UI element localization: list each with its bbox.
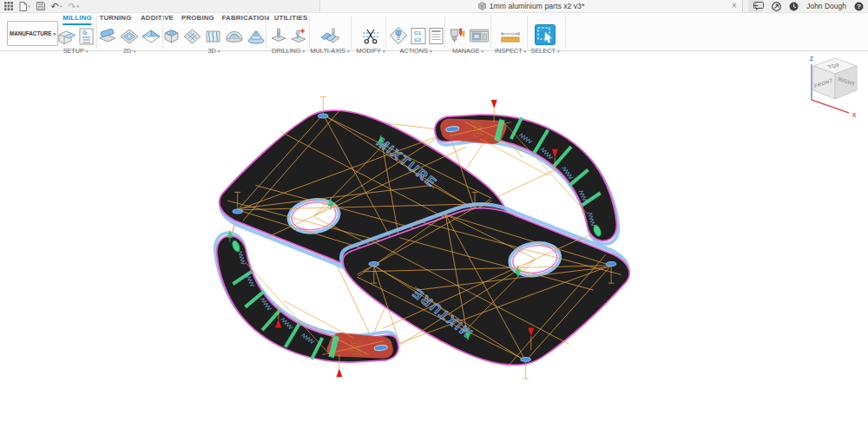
setup-sheet-icon[interactable] bbox=[429, 27, 444, 45]
select-icon[interactable] bbox=[535, 24, 556, 45]
document-tab[interactable]: 1mm aluminium parts x2 v3* × bbox=[319, 0, 743, 12]
save-button[interactable] bbox=[36, 2, 45, 10]
group-label-actions[interactable]: ACTIONS ▾ bbox=[400, 47, 432, 55]
view-cube[interactable]: Z X TOP FRONT RIGHT bbox=[806, 54, 863, 120]
document-close-button[interactable]: × bbox=[729, 0, 740, 12]
trim-icon[interactable] bbox=[361, 27, 380, 45]
titlebar-right-icons: John Dough ? bbox=[753, 0, 864, 12]
x-axis-label: X bbox=[852, 112, 857, 118]
group-inspect: INSPECT ▾ bbox=[492, 23, 529, 55]
2d-adaptive-icon[interactable] bbox=[98, 28, 117, 45]
3d-adaptive-icon[interactable] bbox=[162, 28, 181, 45]
3d-pocket-icon[interactable] bbox=[183, 28, 201, 45]
redo-icon: ↷ bbox=[68, 2, 76, 10]
z-axis-label: Z bbox=[810, 56, 814, 62]
ribbon-toolbar: MANUFACTURE ▾ MILLING TURNING ADDITIVE P… bbox=[0, 13, 868, 51]
multi-axis-icon[interactable] bbox=[319, 27, 340, 45]
group-label-setup[interactable]: SETUP ▾ bbox=[63, 47, 89, 55]
file-menu-button[interactable]: ▾ bbox=[19, 2, 30, 11]
document-cube-icon bbox=[478, 2, 486, 10]
svg-text:G: G bbox=[82, 30, 87, 36]
cam-scene[interactable]: MIXTURE TOOL CUT OFF bbox=[0, 51, 868, 448]
svg-text:G2: G2 bbox=[414, 37, 422, 43]
undo-icon: ↶ bbox=[51, 2, 59, 10]
machine-library-icon[interactable] bbox=[469, 27, 490, 45]
titlebar: ▾ ↶ ▾ ↷ ▾ 1mm aluminium parts x2 v3* × +… bbox=[0, 0, 868, 13]
notifications-icon[interactable] bbox=[789, 2, 799, 11]
face-icon[interactable] bbox=[141, 28, 161, 45]
comments-icon[interactable] bbox=[753, 2, 764, 10]
quick-access-toolbar: ▾ ↶ ▾ ↷ ▾ bbox=[4, 0, 79, 12]
svg-text:G1: G1 bbox=[414, 30, 422, 36]
scallop-icon[interactable] bbox=[225, 28, 244, 45]
tab-fabrication[interactable]: FABRICATION bbox=[222, 14, 270, 23]
post-process-icon[interactable] bbox=[389, 26, 408, 45]
group-label-drilling[interactable]: DRILLING ▾ bbox=[272, 47, 305, 55]
group-label-2d[interactable]: 2D ▾ bbox=[123, 47, 135, 55]
group-modify: MODIFY ▾ bbox=[352, 23, 389, 55]
file-menu-caret-icon: ▾ bbox=[28, 3, 30, 9]
group-label-inspect[interactable]: INSPECT ▾ bbox=[495, 47, 526, 55]
2d-pocket-icon[interactable] bbox=[120, 28, 139, 45]
group-3d: 3D ▾ bbox=[164, 23, 264, 55]
tab-utilities[interactable]: UTILITIES bbox=[274, 14, 308, 23]
workspace-switcher-label: MANUFACTURE bbox=[10, 30, 52, 36]
viewport-canvas[interactable]: MIXTURE TOOL CUT OFF bbox=[0, 51, 868, 448]
group-label-manage[interactable]: MANAGE ▾ bbox=[452, 47, 483, 55]
setup-icon[interactable] bbox=[57, 28, 76, 45]
tool-library-icon[interactable] bbox=[447, 26, 466, 45]
nc-program-icon[interactable]: G bbox=[79, 28, 94, 45]
app-menu-icon[interactable] bbox=[4, 2, 13, 10]
thread-icon[interactable] bbox=[290, 27, 307, 45]
tab-turning[interactable]: TURNING bbox=[100, 14, 132, 23]
undo-caret-icon[interactable]: ▾ bbox=[60, 3, 62, 9]
tab-probing[interactable]: PROBING bbox=[181, 14, 214, 23]
group-manage: MANAGE ▾ bbox=[446, 23, 490, 55]
group-label-multi-axis[interactable]: MULTI-AXIS ▾ bbox=[311, 47, 350, 55]
redo-caret-icon[interactable]: ▾ bbox=[76, 3, 79, 9]
group-multi-axis: MULTI-AXIS ▾ bbox=[310, 23, 350, 55]
spiral-icon[interactable] bbox=[247, 28, 266, 45]
help-icon[interactable]: ? bbox=[854, 2, 864, 11]
group-actions: G1G2 ACTIONS ▾ bbox=[387, 23, 444, 55]
tab-additive[interactable]: ADDITIVE bbox=[141, 14, 174, 23]
drill-icon[interactable] bbox=[270, 27, 287, 45]
group-label-modify[interactable]: MODIFY ▾ bbox=[357, 47, 385, 55]
group-label-select[interactable]: SELECT ▾ bbox=[531, 47, 560, 55]
group-2d: 2D ▾ bbox=[98, 23, 161, 55]
redo-button[interactable]: ↷ ▾ bbox=[68, 2, 79, 10]
job-status-icon[interactable] bbox=[772, 2, 781, 11]
group-setup: G SETUP ▾ bbox=[55, 23, 96, 55]
svg-text:?: ? bbox=[857, 3, 861, 10]
measure-icon[interactable] bbox=[500, 28, 521, 45]
user-name[interactable]: John Dough bbox=[806, 2, 846, 10]
parallel-icon[interactable] bbox=[204, 28, 222, 45]
group-label-3d[interactable]: 3D ▾ bbox=[208, 47, 220, 55]
group-select: SELECT ▾ bbox=[528, 23, 562, 55]
document-title: 1mm aluminium parts x2 v3* bbox=[490, 2, 585, 10]
undo-button[interactable]: ↶ ▾ bbox=[51, 2, 62, 10]
x-axis-line bbox=[812, 100, 849, 113]
group-drilling: DRILLING ▾ bbox=[267, 23, 309, 55]
workspace-switcher-button[interactable]: MANUFACTURE ▾ bbox=[7, 21, 58, 46]
nc-code-icon[interactable]: G1G2 bbox=[411, 27, 426, 45]
